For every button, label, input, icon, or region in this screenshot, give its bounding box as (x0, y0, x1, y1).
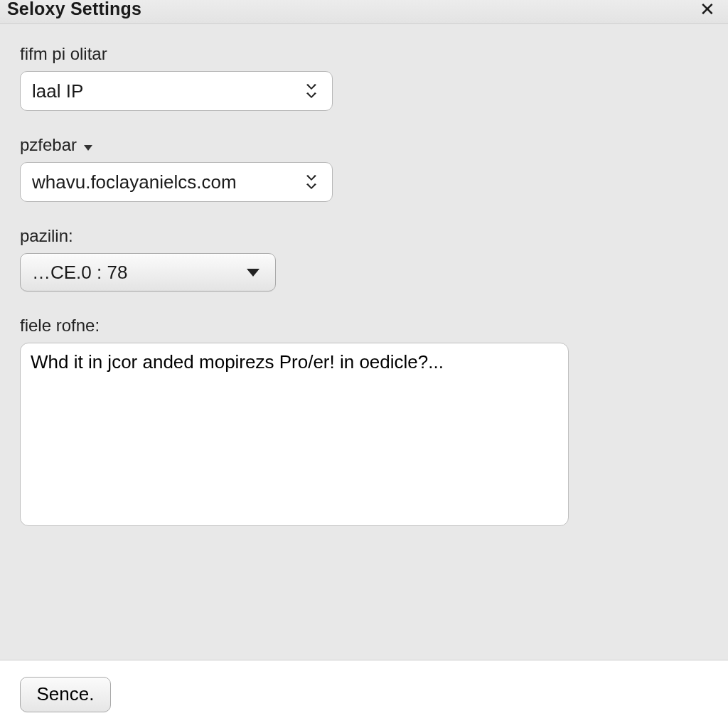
titlebar: Seloxy Settings ✕ (0, 0, 728, 24)
host-label[interactable]: pzfebar (20, 135, 92, 155)
settings-dialog: Seloxy Settings ✕ fifm pi olitar laal IP… (0, 0, 728, 728)
chevron-updown-icon (306, 84, 316, 98)
form-area: fifm pi olitar laal IP pzfebar whavu.foc… (0, 24, 728, 660)
chevron-down-icon (84, 145, 92, 151)
chevron-updown-icon (306, 175, 316, 189)
notes-textarea[interactable] (20, 343, 569, 526)
source-ip-label: fifm pi olitar (20, 44, 708, 64)
close-icon[interactable]: ✕ (700, 0, 715, 18)
field-source-ip: fifm pi olitar laal IP (20, 44, 708, 111)
host-label-text: pzfebar (20, 135, 77, 155)
field-notes: fiele rofne: (20, 316, 708, 529)
version-combo[interactable]: …CE.0 : 78 (20, 253, 276, 291)
window-title: Seloxy Settings (7, 0, 141, 18)
host-value: whavu.foclayanielcs.com (32, 171, 237, 193)
version-value: …CE.0 : 78 (32, 262, 127, 284)
primary-button[interactable]: Sence. (20, 677, 111, 712)
field-version: pazilin: …CE.0 : 78 (20, 226, 708, 291)
version-label: pazilin: (20, 226, 708, 246)
button-bar: Sence. (0, 660, 728, 728)
source-ip-combo[interactable]: laal IP (20, 71, 333, 111)
host-combo[interactable]: whavu.foclayanielcs.com (20, 162, 333, 202)
notes-label: fiele rofne: (20, 316, 708, 336)
chevron-down-icon (247, 269, 259, 277)
source-ip-value: laal IP (32, 80, 83, 102)
field-host: pzfebar whavu.foclayanielcs.com (20, 135, 708, 202)
